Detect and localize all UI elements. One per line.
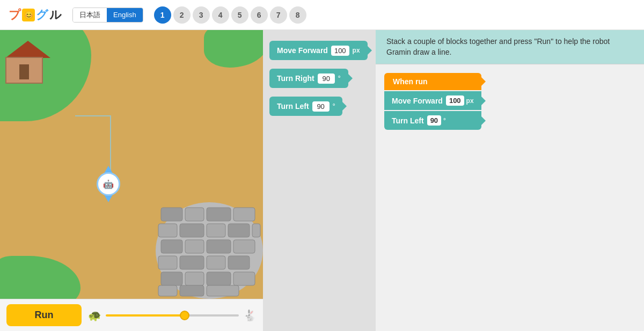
move-forward-unit: px bbox=[353, 47, 360, 54]
svg-rect-2 bbox=[185, 208, 204, 221]
svg-rect-23 bbox=[180, 285, 204, 296]
turn-left-unit: ° bbox=[333, 102, 335, 110]
turn-right-value[interactable]: 90 bbox=[318, 73, 335, 84]
workspace-move-forward-label: Move Forward bbox=[392, 97, 443, 105]
svg-rect-14 bbox=[158, 256, 177, 269]
game-panel: 🤖 bbox=[0, 30, 263, 331]
svg-rect-4 bbox=[233, 208, 255, 221]
lang-switcher: 日本語 English bbox=[72, 8, 143, 23]
workspace-move-forward-block[interactable]: Move Forward 100 px bbox=[384, 91, 481, 110]
robot-face: 🤖 bbox=[103, 179, 114, 189]
svg-rect-6 bbox=[180, 224, 204, 237]
run-button[interactable]: Run bbox=[6, 304, 82, 326]
logo: プ 😊 グ ル bbox=[9, 7, 62, 23]
svg-rect-8 bbox=[228, 224, 250, 237]
turtle-icon: 🐢 bbox=[88, 309, 101, 322]
script-stack: When run Move Forward 100 px Turn Left 9… bbox=[384, 73, 481, 130]
svg-rect-1 bbox=[161, 208, 182, 221]
robot-path-horizontal bbox=[75, 115, 111, 116]
level-tab-3[interactable]: 3 bbox=[193, 6, 210, 24]
svg-rect-17 bbox=[228, 256, 250, 269]
svg-rect-21 bbox=[233, 272, 255, 285]
house-body bbox=[5, 57, 43, 84]
level-tab-6[interactable]: 6 bbox=[251, 6, 268, 24]
turn-left-block-wrapper: Turn Left 90 ° bbox=[269, 97, 369, 116]
blocks-panel: Move Forward 100 px Turn Right 90 ° Turn… bbox=[263, 30, 376, 331]
svg-rect-13 bbox=[233, 240, 255, 253]
turn-right-block-wrapper: Turn Right 90 ° bbox=[269, 69, 369, 88]
workspace-area[interactable]: When run Move Forward 100 px Turn Left 9… bbox=[376, 64, 644, 331]
svg-rect-7 bbox=[207, 224, 225, 237]
workspace-turn-left-value[interactable]: 90 bbox=[427, 115, 441, 126]
speed-slider[interactable] bbox=[106, 314, 239, 317]
turn-right-label: Turn Right bbox=[277, 74, 314, 83]
robot: 🤖 bbox=[97, 166, 120, 202]
turn-left-label: Turn Left bbox=[277, 102, 309, 111]
grass-bottom-left bbox=[0, 256, 80, 299]
level-tab-8[interactable]: 8 bbox=[289, 6, 306, 24]
turn-right-block[interactable]: Turn Right 90 ° bbox=[269, 69, 348, 88]
svg-rect-9 bbox=[252, 224, 260, 237]
logo-gru-text: グ bbox=[36, 7, 48, 23]
turn-left-block[interactable]: Turn Left 90 ° bbox=[269, 97, 342, 116]
move-forward-label: Move Forward bbox=[277, 46, 328, 55]
svg-rect-18 bbox=[161, 272, 182, 285]
svg-rect-10 bbox=[161, 240, 182, 253]
svg-rect-19 bbox=[185, 272, 204, 285]
level-tab-4[interactable]: 4 bbox=[212, 6, 229, 24]
turn-left-value[interactable]: 90 bbox=[312, 101, 330, 112]
game-canvas: 🤖 bbox=[0, 30, 263, 299]
move-forward-block-wrapper: Move Forward 100 px bbox=[269, 41, 369, 60]
level-tab-5[interactable]: 5 bbox=[231, 6, 248, 24]
svg-rect-15 bbox=[180, 256, 204, 269]
cobblestone-area bbox=[156, 202, 263, 299]
when-run-block[interactable]: When run bbox=[384, 73, 481, 90]
main-layout: 🤖 bbox=[0, 30, 644, 331]
instruction-text: Stack a couple of blocks together and pr… bbox=[386, 37, 610, 56]
workspace-turn-left-block[interactable]: Turn Left 90 ° bbox=[384, 111, 481, 130]
logo-ru-text: ル bbox=[49, 7, 62, 23]
house-door bbox=[19, 64, 29, 79]
workspace-move-forward-value[interactable]: 100 bbox=[446, 95, 464, 106]
level-tab-7[interactable]: 7 bbox=[270, 6, 287, 24]
workspace-move-forward-unit: px bbox=[466, 97, 474, 105]
header: プ 😊 グ ル 日本語 English 1 2 3 4 5 6 7 8 bbox=[0, 0, 644, 30]
instruction-bar: Stack a couple of blocks together and pr… bbox=[376, 30, 644, 64]
level-tab-1[interactable]: 1 bbox=[154, 6, 171, 24]
svg-rect-24 bbox=[207, 285, 239, 296]
svg-rect-16 bbox=[207, 256, 225, 269]
lang-ja-button[interactable]: 日本語 bbox=[73, 8, 107, 22]
workspace-turn-left-label: Turn Left bbox=[392, 116, 424, 125]
workspace-panel: Stack a couple of blocks together and pr… bbox=[376, 30, 644, 331]
lang-en-button[interactable]: English bbox=[107, 8, 143, 22]
svg-rect-12 bbox=[207, 240, 231, 253]
svg-rect-22 bbox=[158, 285, 177, 296]
robot-body: 🤖 bbox=[97, 172, 120, 196]
svg-rect-5 bbox=[158, 224, 177, 237]
level-tabs: 1 2 3 4 5 6 7 8 bbox=[154, 6, 306, 24]
svg-rect-11 bbox=[185, 240, 204, 253]
when-run-label: When run bbox=[393, 77, 428, 86]
svg-rect-20 bbox=[207, 272, 231, 285]
speed-control: 🐢 🐇 bbox=[88, 309, 257, 322]
house bbox=[5, 41, 50, 84]
logo-prog-text: プ bbox=[9, 7, 21, 23]
workspace-turn-left-unit: ° bbox=[443, 117, 446, 124]
move-forward-block[interactable]: Move Forward 100 px bbox=[269, 41, 368, 60]
move-forward-value[interactable]: 100 bbox=[331, 46, 349, 56]
rabbit-icon: 🐇 bbox=[243, 309, 257, 322]
svg-rect-3 bbox=[207, 208, 231, 221]
run-bar: Run 🐢 🐇 bbox=[0, 299, 263, 331]
turn-right-unit: ° bbox=[338, 75, 341, 82]
level-tab-2[interactable]: 2 bbox=[173, 6, 191, 24]
robot-arrow-down bbox=[104, 195, 113, 202]
grass-top-right bbox=[204, 30, 263, 68]
logo-icon: 😊 bbox=[22, 9, 35, 21]
